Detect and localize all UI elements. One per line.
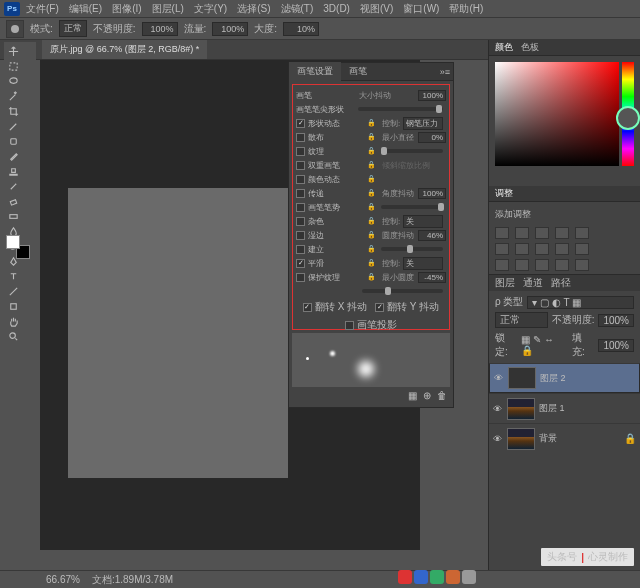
heal-tool[interactable]	[6, 134, 20, 148]
stamp-tool[interactable]	[6, 164, 20, 178]
hand-tool[interactable]	[6, 314, 20, 328]
type-tool[interactable]	[6, 269, 20, 283]
flip-x-checkbox[interactable]	[303, 303, 312, 312]
lock-icon[interactable]: 🔒	[367, 189, 375, 197]
brush-projection-checkbox[interactable]	[345, 321, 354, 330]
layer-row[interactable]: 👁 图层 1	[489, 393, 640, 423]
adj-invert-icon[interactable]	[495, 259, 509, 271]
flow-input[interactable]: 100%	[212, 22, 248, 36]
color-tab[interactable]: 颜色	[495, 41, 513, 54]
opacity-input[interactable]: 100%	[142, 22, 178, 36]
angle-jitter-value[interactable]: 100%	[418, 188, 446, 199]
layer-name[interactable]: 背景	[539, 432, 557, 445]
lock-icon[interactable]: 🔒	[367, 273, 375, 281]
fill-input[interactable]: 100%	[598, 339, 634, 352]
lock-icon[interactable]: 🔒	[367, 119, 375, 127]
adj-sel-icon[interactable]	[575, 259, 589, 271]
adj-grad-icon[interactable]	[555, 259, 569, 271]
control3-select[interactable]: 关	[403, 257, 443, 270]
lock-icon[interactable]: 🔒	[367, 231, 375, 239]
trash-icon[interactable]: 🗑	[437, 390, 447, 401]
eyedropper-tool[interactable]	[6, 119, 20, 133]
shape-tool[interactable]	[6, 299, 20, 313]
layer-row[interactable]: 👁 背景 🔒	[489, 423, 640, 453]
menu-layer[interactable]: 图层(L)	[148, 0, 188, 18]
brush-preset-picker[interactable]	[6, 20, 24, 38]
adj-lookup-icon[interactable]	[575, 243, 589, 255]
lasso-tool[interactable]	[6, 74, 20, 88]
menu-edit[interactable]: 编辑(E)	[65, 0, 106, 18]
dual-brush-checkbox[interactable]	[296, 161, 305, 170]
menu-window[interactable]: 窗口(W)	[399, 0, 443, 18]
menu-view[interactable]: 视图(V)	[356, 0, 397, 18]
layer-name[interactable]: 图层 1	[539, 402, 565, 415]
adj-photo-icon[interactable]	[535, 243, 549, 255]
paths-tab[interactable]: 路径	[551, 276, 571, 290]
menu-filter[interactable]: 滤镜(T)	[277, 0, 318, 18]
adj-exposure-icon[interactable]	[555, 227, 569, 239]
tex-slider[interactable]	[381, 149, 443, 153]
lock-icon[interactable]: 🔒	[367, 133, 375, 141]
size-slider[interactable]	[358, 107, 443, 111]
brush-pose-checkbox[interactable]	[296, 203, 305, 212]
angle-slider[interactable]	[381, 205, 443, 209]
brush-tool[interactable]	[6, 149, 20, 163]
adj-thresh-icon[interactable]	[535, 259, 549, 271]
adj-hue-icon[interactable]	[495, 243, 509, 255]
visibility-icon[interactable]: 👁	[494, 373, 504, 383]
protect-texture-checkbox[interactable]	[296, 273, 305, 282]
adj-vibrance-icon[interactable]	[575, 227, 589, 239]
layer-thumbnail[interactable]	[507, 398, 535, 420]
lock-icon[interactable]: 🔒	[367, 245, 375, 253]
brush-tip-shape-label[interactable]: 画笔笔尖形状	[296, 104, 352, 115]
layer-name[interactable]: 图层 2	[540, 372, 566, 385]
lock-icon[interactable]: 🔒	[367, 203, 375, 211]
brush-settings-tab[interactable]: 画笔设置	[289, 62, 341, 81]
menu-type[interactable]: 文字(Y)	[190, 0, 231, 18]
adj-poster-icon[interactable]	[515, 259, 529, 271]
control2-select[interactable]: 关	[403, 215, 443, 228]
crop-tool[interactable]	[6, 104, 20, 118]
scatter-checkbox[interactable]	[296, 133, 305, 142]
flip-y-checkbox[interactable]	[375, 303, 384, 312]
lock-icon[interactable]: 🔒	[367, 147, 375, 155]
buildup-checkbox[interactable]	[296, 245, 305, 254]
tray-icon[interactable]	[430, 570, 444, 584]
gradient-tool[interactable]	[6, 209, 20, 223]
document-tab[interactable]: 原片.jpg @ 66.7% (图层 2, RGB/8#) *	[42, 40, 207, 59]
visibility-icon[interactable]: 👁	[493, 404, 503, 414]
adj-curves-icon[interactable]	[535, 227, 549, 239]
menu-3d[interactable]: 3D(D)	[319, 1, 354, 16]
layer-opacity-input[interactable]: 100%	[598, 314, 634, 327]
history-brush-tool[interactable]	[6, 179, 20, 193]
menu-select[interactable]: 选择(S)	[233, 0, 274, 18]
smoothing-checkbox[interactable]	[296, 259, 305, 268]
minround-slider[interactable]	[362, 289, 443, 293]
canvas[interactable]	[68, 188, 288, 478]
layers-tab[interactable]: 图层	[495, 276, 515, 290]
wand-tool[interactable]	[6, 89, 20, 103]
tray-icon[interactable]	[414, 570, 428, 584]
new-brush-icon[interactable]: ⊕	[423, 390, 431, 401]
min-roundness-value[interactable]: -45%	[418, 272, 446, 283]
eraser-tool[interactable]	[6, 194, 20, 208]
adj-levels-icon[interactable]	[515, 227, 529, 239]
menu-image[interactable]: 图像(I)	[108, 0, 145, 18]
layer-thumbnail[interactable]	[507, 428, 535, 450]
transfer-checkbox[interactable]	[296, 189, 305, 198]
smooth-input[interactable]: 10%	[283, 22, 319, 36]
size-jitter-value[interactable]: 100%	[418, 90, 446, 101]
brush-tab[interactable]: 画笔	[341, 62, 375, 81]
move-tool[interactable]	[6, 44, 20, 58]
shape-dynamics-checkbox[interactable]	[296, 119, 305, 128]
wet-edges-checkbox[interactable]	[296, 231, 305, 240]
toggle-preview-icon[interactable]: ▦	[408, 390, 417, 401]
adjustments-tab[interactable]: 调整	[495, 187, 513, 200]
zoom-tool[interactable]	[6, 329, 20, 343]
adj-bw-icon[interactable]	[515, 243, 529, 255]
adj-brightness-icon[interactable]	[495, 227, 509, 239]
blend-select[interactable]: 正常	[495, 312, 548, 328]
color-wheel-icon[interactable]	[616, 106, 640, 130]
lock-icon[interactable]: 🔒	[367, 259, 375, 267]
lock-icon[interactable]: 🔒	[367, 161, 375, 169]
